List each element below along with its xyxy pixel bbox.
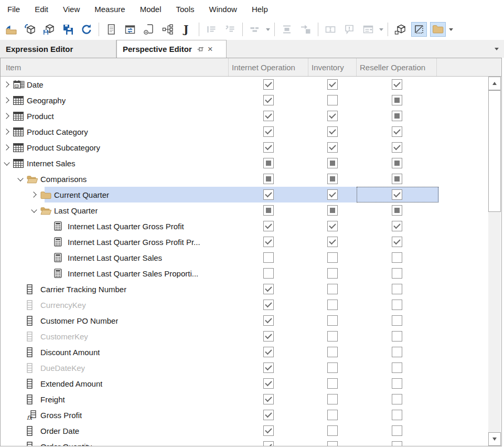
checkbox-reseller-operation-indeterminate[interactable] xyxy=(392,158,402,168)
perspectives-button[interactable] xyxy=(392,22,408,37)
checkbox-reseller-operation-unchecked[interactable] xyxy=(392,252,402,263)
checkbox-reseller-operation-unchecked[interactable] xyxy=(392,425,402,436)
checkbox-inventory-unchecked[interactable] xyxy=(327,441,338,446)
refresh-button[interactable] xyxy=(79,22,94,37)
menu-measure[interactable]: Measure xyxy=(87,0,132,19)
tree-item-label-cell[interactable]: Product xyxy=(1,112,229,121)
tree-item-label-cell[interactable]: 12Date xyxy=(1,80,229,89)
tree-item-label-cell[interactable]: Discount Amount xyxy=(1,347,229,357)
tree-item-label-cell[interactable]: Internet Sales xyxy=(1,159,229,168)
checkbox-internet-operation-checked[interactable] xyxy=(263,221,274,231)
checkbox-inventory-unchecked[interactable] xyxy=(327,378,338,389)
menu-window[interactable]: Window xyxy=(202,0,244,19)
import-from-cube-button[interactable] xyxy=(22,22,38,37)
checkbox-internet-operation-checked[interactable] xyxy=(263,300,274,310)
tree-item-label-cell[interactable]: DueDateKey xyxy=(1,363,229,373)
tree-item-label-cell[interactable]: Internet Last Quarter Sales Proporti... xyxy=(1,269,229,278)
expander-expanded-icon[interactable] xyxy=(14,178,27,180)
pin-icon[interactable] xyxy=(197,45,205,53)
checkbox-internet-operation-checked[interactable] xyxy=(263,331,274,342)
tree-item-label-cell[interactable]: Geography xyxy=(1,96,229,105)
checkbox-internet-operation-checked[interactable] xyxy=(263,95,274,105)
expander-collapsed-icon[interactable] xyxy=(1,114,13,118)
save-all-button[interactable] xyxy=(60,22,76,37)
menu-model[interactable]: Model xyxy=(133,0,169,19)
checkbox-reseller-operation-checked[interactable] xyxy=(392,79,402,90)
edit-window-button[interactable] xyxy=(122,22,138,37)
tree-item-label-cell[interactable]: Internet Last Quarter Gross Profit xyxy=(1,221,229,231)
checkbox-internet-operation-checked[interactable] xyxy=(263,111,274,121)
checkbox-reseller-operation-unchecked[interactable] xyxy=(392,284,402,294)
checkbox-inventory-unchecked[interactable] xyxy=(327,95,338,105)
tree-item-label-cell[interactable]: Current Quarter xyxy=(1,190,229,199)
checkbox-inventory-indeterminate[interactable] xyxy=(327,158,338,168)
new-page-button[interactable] xyxy=(141,22,157,37)
checkbox-internet-operation-checked[interactable] xyxy=(263,425,274,436)
tab-expression-editor[interactable]: Expression Editor xyxy=(0,40,116,58)
checkbox-inventory-checked[interactable] xyxy=(327,237,338,247)
tree-item-label-cell[interactable]: Last Quarter xyxy=(1,206,229,215)
open-model-button[interactable] xyxy=(3,22,19,37)
scroll-down-button[interactable] xyxy=(488,432,501,446)
checkbox-inventory-unchecked[interactable] xyxy=(327,394,338,404)
checkbox-internet-operation-checked[interactable] xyxy=(263,237,274,247)
checkbox-internet-operation-checked[interactable] xyxy=(263,142,274,153)
checkbox-inventory-unchecked[interactable] xyxy=(327,268,338,279)
tree-item-label-cell[interactable]: Order Quantity xyxy=(1,442,229,446)
checkbox-reseller-operation-unchecked[interactable] xyxy=(392,331,402,342)
menu-view[interactable]: View xyxy=(56,0,87,19)
checkbox-inventory-unchecked[interactable] xyxy=(327,252,338,263)
checkbox-internet-operation-checked[interactable] xyxy=(263,315,274,326)
tree-item-label-cell[interactable]: Freight xyxy=(1,394,229,404)
tree-item-label-cell[interactable]: Carrier Tracking Number xyxy=(1,284,229,294)
checkbox-internet-operation-checked[interactable] xyxy=(263,394,274,404)
script-button[interactable]: J xyxy=(179,22,195,37)
tree-item-label-cell[interactable]: Product Subcategory xyxy=(1,143,229,152)
checkbox-reseller-operation-unchecked[interactable] xyxy=(392,378,402,389)
checkbox-reseller-operation-unchecked[interactable] xyxy=(392,347,402,357)
checkbox-reseller-operation-indeterminate[interactable] xyxy=(392,174,402,184)
display-folders-dropdown[interactable] xyxy=(447,22,455,37)
checkbox-reseller-operation-unchecked[interactable] xyxy=(392,394,402,404)
column-header-inventory[interactable]: Inventory xyxy=(308,58,357,76)
menu-help[interactable]: Help xyxy=(244,0,275,19)
checkbox-reseller-operation-checked[interactable] xyxy=(392,126,402,137)
checkbox-inventory-checked[interactable] xyxy=(327,111,338,121)
diagram-view-button[interactable] xyxy=(411,22,427,37)
expander-collapsed-icon[interactable] xyxy=(1,98,13,102)
checkbox-internet-operation-unchecked[interactable] xyxy=(263,268,274,279)
expander-expanded-icon[interactable] xyxy=(1,162,13,165)
checkbox-reseller-operation-checked[interactable] xyxy=(392,237,402,247)
checkbox-internet-operation-checked[interactable] xyxy=(263,362,274,373)
checkbox-inventory-unchecked[interactable] xyxy=(327,300,338,310)
checkbox-reseller-operation-indeterminate[interactable] xyxy=(392,111,402,121)
scrollbar-thumb[interactable] xyxy=(488,90,501,212)
checkbox-internet-operation-checked[interactable] xyxy=(263,126,274,137)
checkbox-reseller-operation-checked[interactable] xyxy=(392,142,402,153)
checkbox-inventory-unchecked[interactable] xyxy=(327,284,338,294)
checkbox-inventory-checked[interactable] xyxy=(327,79,338,90)
checkbox-inventory-unchecked[interactable] xyxy=(327,347,338,357)
tree-item-label-cell[interactable]: Extended Amount xyxy=(1,379,229,389)
new-document-button[interactable] xyxy=(103,22,119,37)
checkbox-inventory-unchecked[interactable] xyxy=(327,362,338,373)
checkbox-reseller-operation-unchecked[interactable] xyxy=(392,362,402,373)
tree-item-label-cell[interactable]: Internet Last Quarter Gross Profit Pr... xyxy=(1,237,229,247)
expander-collapsed-icon[interactable] xyxy=(1,82,13,87)
checkbox-reseller-operation-unchecked[interactable] xyxy=(392,300,402,310)
vertical-scrollbar[interactable] xyxy=(488,77,501,446)
checkbox-inventory-checked[interactable] xyxy=(327,189,338,200)
checkbox-internet-operation-indeterminate[interactable] xyxy=(263,174,274,184)
expander-expanded-icon[interactable] xyxy=(28,209,40,212)
checkbox-reseller-operation-unchecked[interactable] xyxy=(392,441,402,446)
checkbox-inventory-checked[interactable] xyxy=(327,142,338,153)
tree-item-label-cell[interactable]: Product Category xyxy=(1,127,229,136)
checkbox-internet-operation-indeterminate[interactable] xyxy=(263,158,274,168)
menu-tools[interactable]: Tools xyxy=(169,0,202,19)
checkbox-reseller-operation-indeterminate[interactable] xyxy=(392,95,402,105)
tab-perspective-editor[interactable]: Perspective Editor× xyxy=(116,40,227,58)
checkbox-internet-operation-unchecked[interactable] xyxy=(263,252,274,263)
save-to-cube-button[interactable] xyxy=(41,22,57,37)
tree-item-label-cell[interactable]: CustomerKey xyxy=(1,332,229,342)
checkbox-internet-operation-checked[interactable] xyxy=(263,189,274,200)
